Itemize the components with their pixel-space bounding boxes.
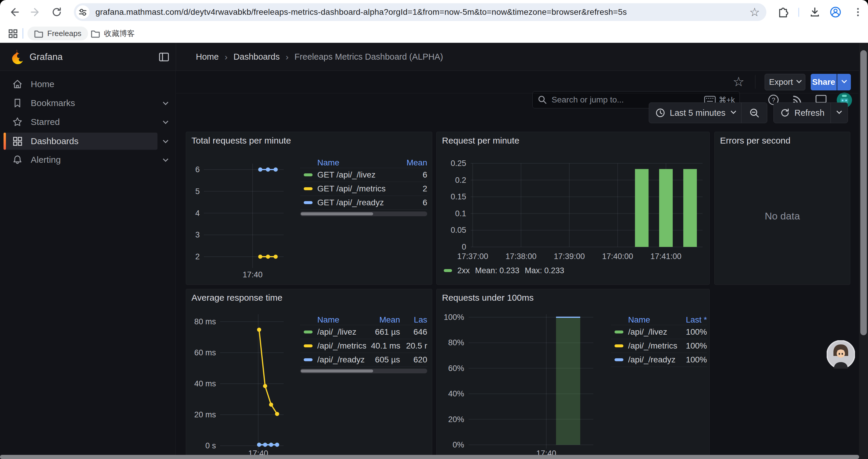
svg-text:17:40:00: 17:40:00 xyxy=(602,252,633,261)
legend-row: GET /api/_/readyz 6 xyxy=(300,196,427,210)
svg-text:5: 5 xyxy=(195,187,200,196)
legend-col-name[interactable]: Name xyxy=(317,315,339,325)
scrollbar-thumb[interactable] xyxy=(0,455,859,459)
legend-col-mean[interactable]: Mean xyxy=(365,315,400,325)
series-color-pill[interactable] xyxy=(304,201,313,204)
actions-divider xyxy=(755,75,755,89)
chevron-down-icon[interactable] xyxy=(162,157,168,163)
vertical-scrollbar[interactable] xyxy=(859,43,868,459)
bookmarks-bar: Freeleaps 收藏博客 xyxy=(0,24,868,43)
chart-request-per-minute[interactable]: 0.250.20.150.10.05017:37:0017:38:0017:39… xyxy=(437,132,710,285)
panel-requests-under-100ms: Requests under 100ms 100%80%60%40%20%0%1… xyxy=(436,289,710,459)
series-color-pill[interactable] xyxy=(615,330,623,333)
chevron-down-icon[interactable] xyxy=(162,119,168,125)
share-button[interactable]: Share xyxy=(811,74,837,90)
series-color-pill[interactable] xyxy=(444,269,452,272)
series-color-pill[interactable] xyxy=(304,330,313,333)
sidebar-item-bookmarks[interactable]: Bookmarks xyxy=(4,95,157,111)
panel-title[interactable]: Requests under 100ms xyxy=(442,293,533,303)
legend-col-last[interactable]: Las xyxy=(400,315,427,325)
grafana-brand[interactable]: Grafana xyxy=(30,43,63,71)
scrollbar-thumb[interactable] xyxy=(860,50,867,335)
refresh-interval-button[interactable] xyxy=(831,103,848,123)
refresh-button[interactable]: Refresh xyxy=(774,103,831,123)
mega-menu-toggle-icon[interactable] xyxy=(158,52,169,64)
share-menu-button[interactable] xyxy=(837,74,851,90)
svg-text:100%: 100% xyxy=(444,313,464,322)
panel-title[interactable]: Total requests per minute xyxy=(191,136,291,145)
legend-col-name[interactable]: Name xyxy=(628,315,650,325)
zoom-out-time-button[interactable] xyxy=(742,103,767,123)
time-range-picker[interactable]: Last 5 minutes xyxy=(649,103,741,123)
url-bar[interactable]: grafana.mathmast.com/d/deytv4rwavabkb/fr… xyxy=(74,3,766,21)
breadcrumb-home[interactable]: Home xyxy=(196,52,219,62)
series-name[interactable]: /api/_/livez xyxy=(628,327,667,337)
series-last: 100% xyxy=(686,341,707,351)
sidebar-item-home[interactable]: Home xyxy=(4,76,157,93)
sidebar-item-alerting[interactable]: Alerting xyxy=(4,152,157,168)
series-color-pill[interactable] xyxy=(304,358,313,361)
bookmark-folder-blogs[interactable]: 收藏博客 xyxy=(84,27,141,40)
series-color-pill[interactable] xyxy=(615,345,623,347)
bell-icon xyxy=(12,155,23,165)
assistant-avatar[interactable] xyxy=(827,340,855,369)
apps-grid-icon[interactable] xyxy=(6,27,20,40)
legend-col-last[interactable]: Last * xyxy=(686,315,707,325)
series-color-pill[interactable] xyxy=(615,358,623,361)
series-color-pill[interactable] xyxy=(304,345,313,347)
downloads-icon[interactable] xyxy=(808,6,821,19)
scrollbar-thumb[interactable] xyxy=(301,369,373,372)
series-name[interactable]: GET /api/_/livez xyxy=(317,170,375,179)
svg-text:0 s: 0 s xyxy=(205,441,216,450)
legend-table: Name Last * /api/_/livez 100% /api/_/met… xyxy=(611,315,707,367)
no-data-message: No data xyxy=(715,210,850,222)
export-button[interactable]: Export xyxy=(765,74,805,90)
series-mean: 2 xyxy=(423,184,427,193)
grafana-topnav: Grafana Home › Dashboards › Freeleaps Me… xyxy=(0,43,868,71)
site-settings-icon[interactable] xyxy=(76,5,90,19)
chevron-down-icon[interactable] xyxy=(162,100,168,106)
panel-title[interactable]: Average response time xyxy=(191,293,282,303)
legend-table: Name Mean Las /api/_/livez 661 µs 646 /a… xyxy=(300,315,427,373)
browser-menu-icon[interactable] xyxy=(851,6,864,19)
series-name[interactable]: 2xx xyxy=(457,266,470,275)
chevron-down-icon xyxy=(796,78,802,83)
bookmark-folder-freeleaps[interactable]: Freeleaps xyxy=(28,27,88,40)
sidebar-item-dashboards[interactable]: Dashboards xyxy=(4,133,157,150)
series-name[interactable]: GET /api/_/readyz xyxy=(317,198,384,207)
series-color-pill[interactable] xyxy=(304,187,313,190)
legend-row: /api/_/metrics 100% xyxy=(611,339,707,353)
bookmark-star-icon[interactable]: ☆ xyxy=(749,6,760,18)
browser-toolbar: grafana.mathmast.com/d/deytv4rwavabkb/fr… xyxy=(0,0,868,24)
breadcrumb-dashboards[interactable]: Dashboards xyxy=(234,52,279,62)
forward-icon[interactable] xyxy=(29,6,42,19)
panel-title[interactable]: Request per minute xyxy=(442,136,519,145)
legend-scrollbar[interactable] xyxy=(300,369,427,373)
series-name[interactable]: /api/_/readyz xyxy=(317,355,365,364)
back-icon[interactable] xyxy=(8,6,21,19)
series-name[interactable]: /api/_/livez xyxy=(317,327,356,337)
legend-scrollbar[interactable] xyxy=(300,211,427,216)
chevron-down-icon[interactable] xyxy=(162,138,168,144)
grafana-logo[interactable] xyxy=(8,49,24,66)
url-text: grafana.mathmast.com/d/deytv4rwavabkb/fr… xyxy=(95,7,749,17)
legend-col-name[interactable]: Name xyxy=(317,158,339,167)
extensions-icon[interactable] xyxy=(776,6,789,19)
search-icon xyxy=(537,95,548,105)
series-color-pill[interactable] xyxy=(304,173,313,176)
series-mean: Mean: 0.233 xyxy=(475,266,519,275)
series-name[interactable]: GET /api/_/metrics xyxy=(317,184,385,193)
horizontal-scrollbar[interactable] xyxy=(0,455,868,459)
scrollbar-thumb[interactable] xyxy=(301,212,373,215)
sidebar-item-starred[interactable]: Starred xyxy=(4,114,157,130)
browser-profile-icon[interactable] xyxy=(829,6,842,19)
panel-title[interactable]: Errors per second xyxy=(720,136,790,145)
series-name[interactable]: /api/_/metrics xyxy=(628,341,677,351)
favorite-dashboard-star-icon[interactable]: ☆ xyxy=(730,73,747,90)
reload-icon[interactable] xyxy=(50,6,63,19)
legend-col-mean[interactable]: Mean xyxy=(406,158,427,167)
series-name[interactable]: /api/_/metrics xyxy=(317,341,366,351)
series-name[interactable]: /api/_/readyz xyxy=(628,355,675,364)
legend-row: GET /api/_/metrics 2 xyxy=(300,182,427,196)
legend-row: /api/_/readyz 100% xyxy=(611,353,707,367)
